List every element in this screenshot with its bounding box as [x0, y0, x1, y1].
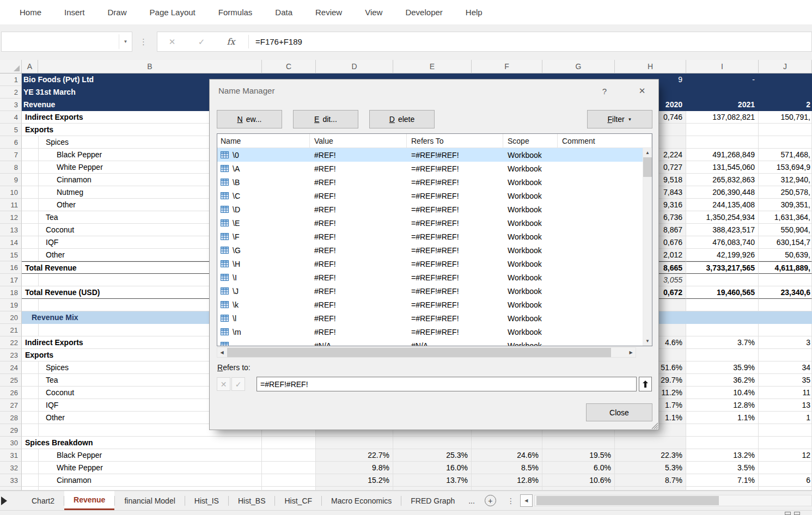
cell-J28[interactable]: 1 [759, 412, 812, 424]
cell-label-row-32[interactable]: White Pepper [22, 462, 262, 474]
add-sheet-button[interactable]: + [485, 495, 496, 506]
sheet-tab-hist_bs[interactable]: Hist_BS [229, 491, 275, 510]
cell-I25[interactable]: 36.2% [686, 374, 759, 387]
cell-label-row-partial[interactable] [22, 487, 262, 491]
row-number-29[interactable]: 29 [0, 424, 22, 437]
scroll-up-icon[interactable]: ▲ [643, 148, 652, 157]
cell-H32[interactable]: 5.3% [615, 462, 686, 474]
name-entry-row[interactable]: \l#REF!=#REF!#REF!Workbook [217, 311, 652, 325]
row-number-13[interactable]: 13 [0, 224, 22, 236]
row-number-2[interactable]: 2 [0, 86, 22, 99]
cell-label-row-33[interactable]: Cinnamon [22, 474, 262, 487]
cell-Dx[interactable] [316, 487, 393, 491]
cell-J27[interactable]: 13 [759, 399, 812, 412]
cell-J7[interactable]: 571,468, [759, 149, 812, 161]
sheet-tab-fred-graph[interactable]: FRED Graph [401, 491, 464, 510]
cell-F33[interactable]: 12.8% [472, 474, 542, 487]
ribbon-tab-view[interactable]: View [353, 0, 394, 24]
cell-J16[interactable]: 4,611,889, [759, 261, 812, 274]
new-button[interactable]: New... [217, 110, 282, 128]
row-number-21[interactable]: 21 [0, 324, 22, 336]
column-header-A[interactable]: A [22, 60, 38, 73]
row-number-19[interactable]: 19 [0, 299, 22, 311]
cell-C33[interactable] [262, 474, 316, 487]
row-number-6[interactable]: 6 [0, 136, 22, 149]
column-header-H[interactable]: H [615, 60, 686, 73]
cell-D32[interactable]: 9.8% [316, 462, 393, 474]
cell-I26[interactable]: 10.4% [686, 387, 759, 399]
sheet-nav-arrow-icon[interactable] [1, 496, 7, 505]
cell-I16[interactable]: 3,733,217,565 [686, 261, 759, 274]
filter-button[interactable]: Filter ▼ [587, 110, 652, 128]
cell-J15[interactable]: 50,639, [759, 249, 812, 261]
row-number-23[interactable]: 23 [0, 349, 22, 361]
list-header-scope[interactable]: Scope [503, 134, 558, 148]
cell-J29[interactable] [759, 424, 812, 437]
row-number-11[interactable]: 11 [0, 199, 22, 211]
name-box[interactable]: ▼ [1, 32, 132, 52]
cell-I32[interactable]: 3.5% [686, 462, 759, 474]
row-number-14[interactable]: 14 [0, 236, 22, 249]
sheet-hscroll-left-button[interactable]: ◀ [520, 494, 533, 507]
cell-E31[interactable]: 25.3% [393, 449, 472, 462]
scroll-left-icon[interactable]: ◀ [217, 348, 227, 357]
row-number-15[interactable]: 15 [0, 249, 22, 261]
cell-I4[interactable]: 137,082,821 [686, 111, 759, 124]
cell-J14[interactable]: 630,154,7 [759, 236, 812, 249]
row-number-30[interactable]: 30 [0, 437, 22, 449]
name-box-dropdown-icon[interactable]: ▼ [119, 34, 132, 49]
cell-I24[interactable]: 35.9% [686, 361, 759, 374]
name-entry-row[interactable]: \E#REF!=#REF!#REF!Workbook [217, 216, 652, 230]
column-header-E[interactable]: E [393, 60, 472, 73]
cell-Hx[interactable] [615, 487, 686, 491]
vertical-scrollbar-thumb[interactable] [643, 157, 652, 177]
name-entry-row[interactable]: \A#REF!=#REF!#REF!Workbook [217, 162, 652, 175]
cell-J18[interactable]: 23,340,6 [759, 286, 812, 299]
name-entry-row[interactable]: \0#REF!=#REF!#REF!Workbook [217, 148, 652, 162]
cell-I9[interactable]: 265,832,863 [686, 174, 759, 186]
row-number-3[interactable]: 3 [0, 99, 22, 111]
cell-Ix[interactable] [686, 487, 759, 491]
cell-J23[interactable] [759, 349, 812, 361]
row-number-28[interactable]: 28 [0, 412, 22, 424]
horizontal-scrollbar-thumb[interactable] [227, 348, 611, 357]
row-number-25[interactable]: 25 [0, 374, 22, 387]
tab-options-kebab-icon[interactable]: ⋮ [502, 491, 520, 510]
cell-J24[interactable]: 34 [759, 361, 812, 374]
cell-I28[interactable]: 1.1% [686, 412, 759, 424]
name-entry-row[interactable]: \C#REF!=#REF!#REF!Workbook [217, 189, 652, 203]
cell-J6[interactable] [759, 136, 812, 149]
cell-H30[interactable] [615, 437, 686, 449]
cell-G31[interactable]: 19.5% [542, 449, 615, 462]
cell-J30[interactable] [759, 437, 812, 449]
scroll-right-icon[interactable]: ▶ [626, 348, 636, 357]
insert-function-icon[interactable]: fx [216, 36, 246, 47]
cell-I23[interactable] [686, 349, 759, 361]
dialog-help-icon[interactable]: ? [596, 84, 613, 98]
row-number-17[interactable]: 17 [0, 274, 22, 286]
cell-J26[interactable]: 11 [759, 387, 812, 399]
column-header-C[interactable]: C [262, 60, 316, 73]
cell-Fx[interactable] [472, 487, 542, 491]
cell-I31[interactable]: 13.2% [686, 449, 759, 462]
cell-G33[interactable]: 10.6% [542, 474, 615, 487]
name-entry-row[interactable]: \I#REF!=#REF!#REF!Workbook [217, 271, 652, 284]
cell-E30[interactable] [393, 437, 472, 449]
scroll-down-icon[interactable]: ▼ [643, 336, 652, 346]
sheet-tab-hist_is[interactable]: Hist_IS [185, 491, 228, 510]
cell-Jx[interactable] [759, 487, 812, 491]
cell-E32[interactable]: 16.0% [393, 462, 472, 474]
ribbon-tab-home[interactable]: Home [8, 0, 53, 24]
name-entry-row[interactable]: \G#REF!=#REF!#REF!Workbook [217, 243, 652, 257]
cell-J10[interactable]: 250,578, [759, 186, 812, 199]
cell-G32[interactable]: 6.0% [542, 462, 615, 474]
cell-H31[interactable]: 22.3% [615, 449, 686, 462]
list-header-value[interactable]: Value [310, 134, 407, 148]
row-number-32[interactable]: 32 [0, 462, 22, 474]
cell-J31[interactable]: 12 [759, 449, 812, 462]
cell-I6[interactable] [686, 136, 759, 149]
sheet-tab-macro-economics[interactable]: Macro Economics [322, 491, 401, 510]
cancel-edit-button[interactable]: ✕ [217, 377, 230, 391]
cell-I27[interactable]: 12.8% [686, 399, 759, 412]
name-entry-row[interactable]: \m#REF!=#REF!#REF!Workbook [217, 325, 652, 339]
